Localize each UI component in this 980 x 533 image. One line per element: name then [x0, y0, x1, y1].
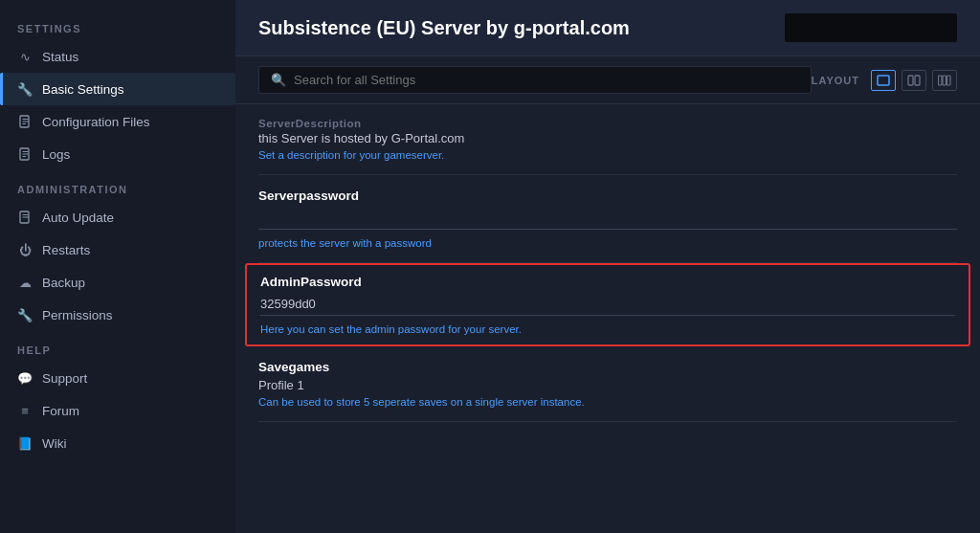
support-icon: 💬 — [17, 370, 33, 386]
sidebar-item-backup[interactable]: ☁ Backup — [0, 266, 235, 299]
search-bar: 🔍 — [258, 66, 812, 94]
status-icon: ∿ — [17, 49, 33, 64]
admin-password-hint: Here you can set the admin password for … — [260, 323, 955, 335]
serverpassword-hint: protects the server with a password — [258, 237, 957, 249]
admin-password-input[interactable] — [260, 293, 955, 316]
sidebar-item-label: Status — [42, 50, 78, 64]
wrench-icon: 🔧 — [17, 81, 33, 97]
search-bar-container: 🔍 LAYOUT — [235, 56, 980, 104]
layout-double-button[interactable] — [902, 70, 926, 91]
sidebar-item-label: Basic Settings — [42, 82, 124, 97]
permissions-icon: 🔧 — [17, 307, 33, 322]
sidebar-item-status[interactable]: ∿ Status — [0, 40, 235, 73]
serverpassword-label: Serverpassword — [258, 189, 957, 203]
sidebar-item-support[interactable]: 💬 Support — [0, 362, 235, 394]
sidebar-item-forum[interactable]: ≡ Forum — [0, 394, 235, 427]
server-description-hint: Set a description for your gameserver. — [258, 149, 957, 161]
sidebar-item-label: Forum — [42, 404, 79, 418]
search-icon: 🔍 — [271, 73, 286, 87]
settings-content: ServerDescription this Server is hosted … — [235, 104, 980, 533]
sidebar-item-label: Configuration Files — [42, 115, 150, 129]
sidebar-section-help: HELP — [0, 331, 235, 362]
file-icon — [17, 114, 33, 129]
svg-rect-13 — [915, 76, 920, 85]
auto-update-icon — [17, 210, 33, 225]
svg-rect-14 — [939, 76, 943, 85]
sidebar-section-settings: SETTINGS — [0, 10, 235, 40]
forum-icon: ≡ — [17, 403, 33, 418]
sidebar-item-auto-update[interactable]: Auto Update — [0, 201, 235, 233]
server-banner — [785, 13, 957, 42]
savegames-label: Savegames — [258, 360, 957, 374]
sidebar-item-label: Support — [42, 371, 87, 386]
logs-icon — [17, 146, 33, 162]
layout-label: LAYOUT — [812, 75, 859, 86]
sidebar-item-label: Backup — [42, 276, 85, 290]
sidebar-item-restarts[interactable]: ⏻ Restarts — [0, 233, 235, 266]
server-description-label: ServerDescription — [258, 118, 957, 129]
main-content: Subsistence (EU) Server by g-portal.com … — [235, 0, 980, 533]
page-title: Subsistence (EU) Server by g-portal.com — [258, 17, 630, 39]
sidebar-item-label: Auto Update — [42, 211, 114, 225]
sidebar-item-label: Logs — [42, 147, 70, 162]
sidebar-section-administration: ADMINISTRATION — [0, 170, 235, 201]
admin-password-section: AdminPassword Here you can set the admin… — [245, 263, 970, 346]
sidebar-item-basic-settings[interactable]: 🔧 Basic Settings — [0, 73, 235, 105]
layout-single-button[interactable] — [871, 70, 896, 91]
savegames-hint: Can be used to store 5 seperate saves on… — [258, 396, 957, 408]
server-description-value: this Server is hosted by G-Portal.com — [258, 131, 957, 145]
power-icon: ⏻ — [17, 242, 33, 257]
cloud-icon: ☁ — [17, 275, 33, 290]
svg-rect-12 — [908, 76, 913, 85]
savegames-value: Profile 1 — [258, 378, 957, 392]
admin-password-label: AdminPassword — [260, 275, 955, 289]
sidebar-item-label: Permissions — [42, 308, 113, 322]
svg-rect-15 — [943, 76, 947, 85]
sidebar-item-wiki[interactable]: 📘 Wiki — [0, 427, 235, 459]
sidebar: SETTINGS ∿ Status 🔧 Basic Settings Confi… — [0, 0, 235, 533]
sidebar-item-permissions[interactable]: 🔧 Permissions — [0, 299, 235, 331]
search-input[interactable] — [294, 73, 799, 87]
header: Subsistence (EU) Server by g-portal.com — [235, 0, 980, 56]
serverpassword-input[interactable] — [258, 207, 957, 230]
svg-rect-11 — [878, 76, 889, 85]
sidebar-item-label: Wiki — [42, 436, 67, 451]
layout-controls: LAYOUT — [812, 70, 957, 91]
svg-rect-16 — [947, 76, 951, 85]
sidebar-item-logs[interactable]: Logs — [0, 138, 235, 170]
serverpassword-section: Serverpassword protects the server with … — [258, 175, 957, 263]
sidebar-item-configuration-files[interactable]: Configuration Files — [0, 105, 235, 138]
server-description-section: ServerDescription this Server is hosted … — [258, 104, 957, 175]
sidebar-item-label: Restarts — [42, 243, 90, 257]
savegames-section: Savegames Profile 1 Can be used to store… — [258, 346, 957, 422]
wiki-icon: 📘 — [17, 435, 33, 451]
layout-triple-button[interactable] — [932, 70, 957, 91]
